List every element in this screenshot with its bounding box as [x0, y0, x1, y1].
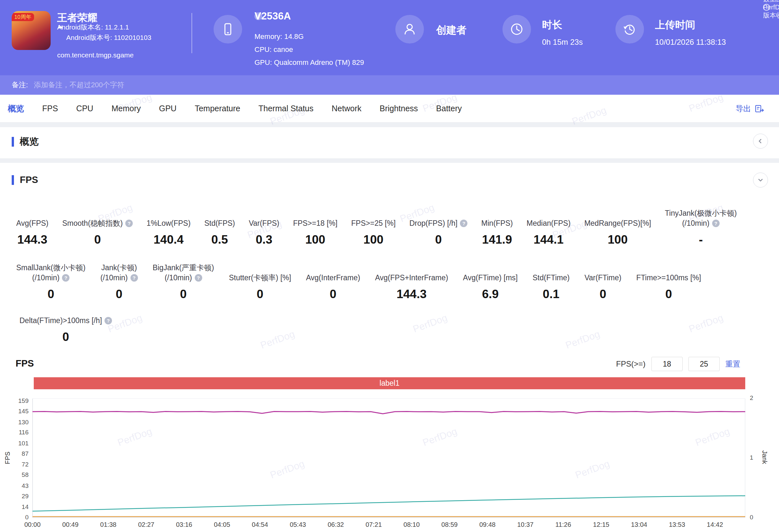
tab-概览[interactable]: 概览 [8, 103, 24, 114]
metric-label-text: (/10min) [682, 218, 709, 228]
metric-label-line2: (/10min)? [100, 273, 138, 283]
metric-label: SmallJank(微小卡顿) [16, 263, 85, 273]
metric-label-area: Avg(InterFrame) [306, 262, 360, 283]
metric-label-text: 1%Low(FPS) [147, 218, 190, 228]
metric-label-area: Median(FPS) [527, 208, 570, 228]
metric-label-area: 1%Low(FPS) [147, 208, 190, 228]
metric-label-text: (/10min) [32, 273, 59, 283]
metric-label-text: Stutter(卡顿率) [%] [229, 273, 291, 283]
device-memory: Memory: 14.8G [254, 32, 304, 41]
package-name: com.tencent.tmgp.sgame [57, 51, 134, 59]
metric-label: FPS>=18 [%] [293, 218, 338, 228]
tab-GPU[interactable]: GPU [159, 104, 177, 113]
metric-cell: TinyJank(极微小卡顿)(/10min)?- [665, 208, 737, 247]
tab-Battery[interactable]: Battery [436, 104, 462, 113]
metric-value: - [699, 233, 703, 247]
duration-value: 0h 15m 23s [542, 38, 583, 47]
metric-label: TinyJank(极微小卡顿) [665, 208, 737, 218]
metric-value: 0 [62, 330, 69, 344]
metric-cell: FTime>=100ms [%]0 [636, 262, 701, 301]
help-icon[interactable]: ? [125, 220, 133, 227]
metric-label-area: Std(FPS) [204, 208, 235, 228]
fps-title-text: FPS [20, 175, 38, 185]
metric-label: Median(FPS) [527, 218, 570, 228]
tab-Memory[interactable]: Memory [111, 104, 140, 113]
metric-label: Var(FTime) [585, 273, 621, 283]
help-icon[interactable]: ? [195, 274, 202, 281]
metric-value: 0 [116, 287, 123, 301]
metric-label: MedRange(FPS)[%] [584, 218, 651, 228]
metric-label-text: Drop(FPS) [/h] [409, 218, 457, 228]
metric-value: 0 [330, 287, 337, 301]
metric-label-text: Avg(FPS) [16, 218, 48, 228]
metric-value: 144.1 [534, 233, 564, 247]
metric-label: Avg(FTime) [ms] [463, 273, 518, 283]
perfdog-report-page: 10周年 王者荣耀 Android版本名: 11.2.1.1 Android版本… [0, 0, 779, 532]
metric-cell: Drop(FPS) [/h]?0 [409, 208, 467, 247]
metric-value: 0 [665, 287, 672, 301]
metric-label-area: FPS>=25 [%] [351, 208, 396, 228]
collapse-button-fps[interactable] [753, 173, 768, 188]
metric-label: Var(FPS) [249, 218, 279, 228]
export-button[interactable]: 导出 [735, 104, 765, 114]
metric-label: Jank(卡顿) [101, 263, 137, 273]
upload-label: 上传时间 [655, 18, 695, 32]
metric-label: BigJank(严重卡顿) [153, 263, 214, 273]
metric-label-area: Stutter(卡顿率) [%] [229, 262, 291, 283]
tab-Brightness[interactable]: Brightness [379, 104, 418, 113]
metric-cell: Var(FTime)0 [585, 262, 621, 301]
metric-label-text: Avg(InterFrame) [306, 273, 360, 283]
tab-Thermal Status[interactable]: Thermal Status [258, 104, 313, 113]
note-input[interactable] [33, 80, 767, 89]
export-label: 导出 [735, 104, 751, 114]
tab-FPS[interactable]: FPS [42, 104, 58, 113]
metric-cell: Jank(卡顿)(/10min)?0 [100, 262, 138, 301]
metric-value: 0.3 [256, 233, 272, 247]
metric-label-area: Avg(FPS+InterFrame) [375, 262, 448, 283]
metrics-row-2: SmallJank(微小卡顿)(/10min)?0Jank(卡顿)(/10min… [16, 262, 701, 301]
metric-label-text: Var(FTime) [585, 273, 621, 283]
duration-label: 时长 [542, 18, 562, 32]
tab-Temperature[interactable]: Temperature [195, 104, 240, 113]
metric-label-text: Jank(卡顿) [101, 263, 137, 273]
metric-label-text: Avg(FPS+InterFrame) [375, 273, 448, 283]
metric-label-area: Jank(卡顿)(/10min)? [100, 262, 138, 283]
metric-cell: Std(FTime)0.1 [533, 262, 570, 301]
overview-section-title: 概览 [12, 135, 39, 148]
collapse-button-overview[interactable] [753, 134, 768, 148]
metric-value: 141.9 [482, 233, 512, 247]
help-icon[interactable]: ? [62, 274, 69, 281]
help-icon[interactable]: ? [712, 220, 720, 227]
metric-value: 0 [435, 233, 442, 247]
metric-cell: BigJank(严重卡顿)(/10min)?0 [153, 262, 214, 301]
tab-CPU[interactable]: CPU [76, 104, 94, 113]
metric-label-text: Min(FPS) [481, 218, 513, 228]
metric-label: Std(FPS) [204, 218, 235, 228]
export-icon [754, 104, 765, 114]
metric-label-area: Smooth(稳帧指数)? [62, 208, 133, 228]
help-icon[interactable]: ? [105, 317, 112, 324]
help-icon[interactable]: ? [130, 274, 138, 281]
reset-button[interactable]: 重置 [725, 359, 740, 369]
fps-threshold-label: FPS(>=) [616, 359, 646, 369]
fps-chart-title: FPS [15, 358, 34, 369]
chart-banner: label1 [34, 377, 745, 389]
metric-label-area: SmallJank(微小卡顿)(/10min)? [16, 262, 85, 283]
section-accent-bar [12, 137, 14, 147]
metric-value: 6.9 [482, 287, 498, 301]
metric-label-area: Delta(FTime)>100ms [/h]? [19, 305, 112, 326]
section-accent-bar [12, 175, 14, 185]
help-icon[interactable]: ? [460, 220, 467, 227]
metric-label-area: TinyJank(极微小卡顿)(/10min)? [665, 208, 737, 228]
tab-Network[interactable]: Network [332, 104, 362, 113]
device-model-row: V2536A i [254, 12, 262, 20]
metric-label: 1%Low(FPS) [147, 218, 190, 228]
metric-value: 0 [600, 287, 606, 301]
threshold-input-2[interactable] [688, 357, 720, 371]
metric-cell: Std(FPS)0.5 [204, 208, 235, 247]
metric-label-text: BigJank(严重卡顿) [153, 263, 214, 273]
metric-label: Stutter(卡顿率) [%] [229, 273, 291, 283]
threshold-input-1[interactable] [651, 357, 682, 371]
metric-cell: Min(FPS)141.9 [481, 208, 513, 247]
metric-value: 0 [47, 287, 54, 301]
